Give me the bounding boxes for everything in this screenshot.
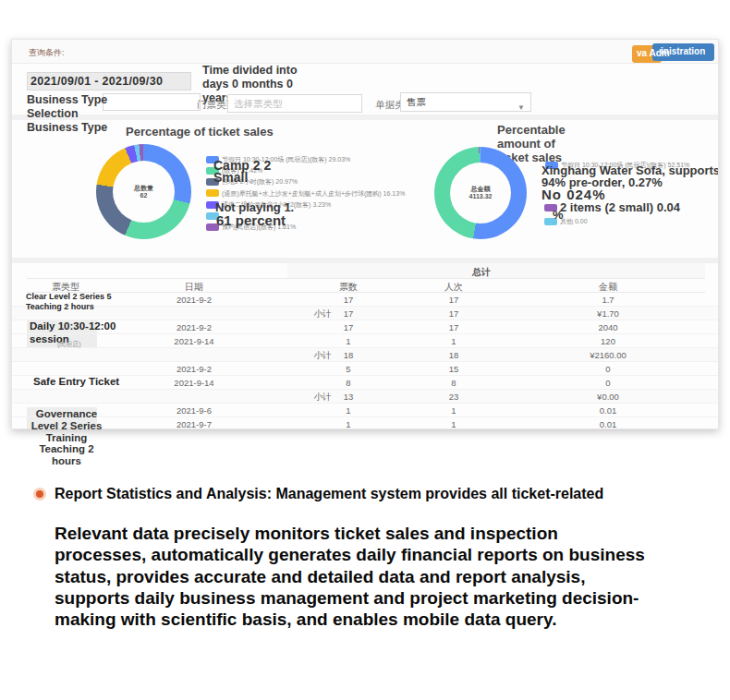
table-cell: 0	[553, 378, 663, 388]
business-type-label: Business Type Selection Business Type	[27, 93, 147, 135]
table-row: 2021-9-25150	[12, 362, 719, 376]
table-cell: 2021-9-2	[139, 295, 249, 305]
table-cell: 120	[553, 336, 663, 346]
table-cell: 23	[398, 392, 509, 402]
table-cell: 17	[398, 308, 509, 319]
table-cell: 1	[293, 405, 404, 416]
chart1-overlay-text: 61 percent	[216, 212, 286, 228]
row-group-label-line: Clear Level 2 Series 5	[26, 292, 112, 302]
table-cell: ¥1.70	[553, 308, 663, 319]
table-cell: 1.7	[553, 295, 663, 305]
table-cell: 2040	[553, 322, 663, 332]
row-group-subnote: (民宿店)	[57, 340, 81, 349]
table-row: 2021-9-1411120	[12, 334, 719, 348]
row-group-label: Clear Level 2 Series 5Teaching 2 hours	[26, 292, 112, 311]
table-cell: ¥0.00	[553, 392, 663, 402]
table-cell: 17	[398, 295, 509, 305]
footer-paragraph-line: making with scientific basis, and enable…	[55, 609, 645, 630]
table-cell: 2021-9-2	[139, 322, 249, 332]
table-cell: 2021-9-14	[139, 336, 249, 346]
table-cell: 2021-9-14	[139, 378, 249, 388]
table-cell: 2021-9-2	[139, 364, 249, 374]
chart2-overlay-text: No 024%	[541, 187, 606, 202]
footer-paragraph: Relevant data precisely monitors ticket …	[55, 523, 645, 630]
table-cell: 18	[398, 350, 509, 360]
table-cell: 0.01	[553, 405, 663, 416]
table-cell: 1	[293, 419, 404, 429]
footer-paragraph-line: status, provides accurate and detailed d…	[55, 566, 645, 587]
table-cell: 13	[293, 392, 404, 402]
row-group-label-line: hours	[22, 455, 111, 467]
table-cell: 1	[398, 336, 509, 346]
table-cell: 2021-9-6	[139, 405, 249, 416]
table-cell: 1	[398, 405, 509, 416]
bullet-dot-icon	[33, 488, 46, 501]
row-group-label-line: Safe Entry Ticket	[33, 375, 119, 388]
report-panel: 查询条件: va Adm inistration 2021/09/01 - 20…	[11, 39, 719, 429]
blue-button-label: inistration	[661, 46, 705, 56]
table-cell: 1	[293, 336, 404, 346]
table-row: 2021-9-7110.01	[12, 417, 719, 429]
row-group-label-line: Teaching 2 hours	[26, 302, 112, 312]
table-cell: 17	[293, 322, 404, 332]
table-cell: 2021-9-7	[139, 419, 249, 429]
table-cell: ¥2160.00	[553, 350, 663, 360]
table-cell: 0.01	[553, 419, 663, 429]
table-cell: 17	[398, 322, 509, 332]
table-row: 2021-9-217172040	[12, 320, 719, 334]
chart1-overlay-text: Small	[213, 170, 248, 185]
table-row: 小计1323¥0.00	[12, 390, 719, 404]
table-cell: 15	[398, 364, 509, 374]
table-cell: 17	[293, 295, 404, 305]
table-row: 2021-9-6110.01	[12, 404, 719, 417]
table-cell: 18	[293, 350, 404, 360]
row-group-label: Safe Entry Ticket	[33, 375, 119, 388]
table-cell: 8	[293, 378, 404, 388]
row-group-label-line: Level 2 Series	[22, 420, 111, 432]
footer-title: Report Statistics and Analysis: Manageme…	[55, 486, 603, 502]
table-cell: 17	[293, 308, 404, 319]
table-row: 2021-9-217171.7	[12, 293, 719, 307]
row-group-label: GovernanceLevel 2 SeriesTrainingTeaching…	[22, 408, 111, 467]
table-cell: 8	[398, 378, 509, 388]
footer-paragraph-line: supports daily business management and p…	[55, 587, 645, 609]
row-group-label-line: Teaching 2	[22, 443, 111, 455]
row-group-label-line: Daily 10:30-12:00	[30, 320, 116, 332]
row-group-label-line: Governance	[22, 408, 111, 420]
footer-paragraph-line: processes, automatically generates daily…	[55, 544, 645, 565]
table-cell: 0	[553, 364, 663, 374]
row-group-label-line: Training	[22, 432, 111, 444]
table-row: 小计1818¥2160.00	[12, 348, 719, 362]
table-cell: 1	[398, 419, 509, 429]
table-row: 小计1717¥1.70	[12, 307, 719, 320]
footer-paragraph-line: Relevant data precisely monitors ticket …	[55, 523, 645, 544]
table-cell: 5	[293, 364, 404, 374]
chart2-overlay-text: %	[553, 208, 564, 222]
